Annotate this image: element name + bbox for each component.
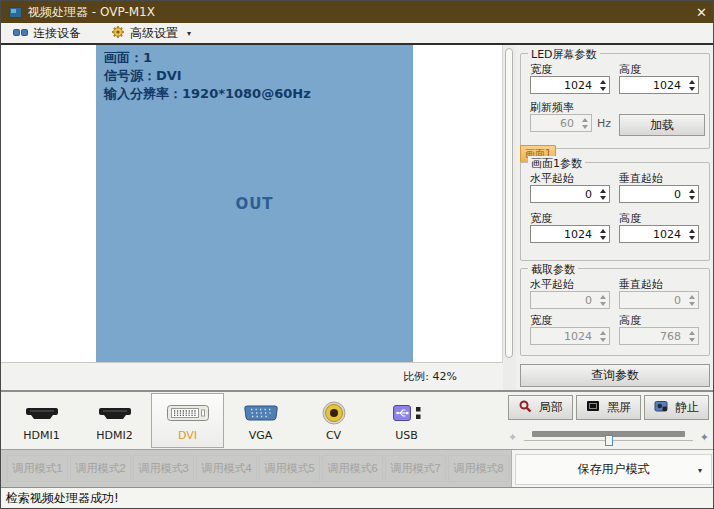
- source-label: DVI: [178, 429, 197, 442]
- source-panel: HDMI1 HDMI2 DVI VGA: [1, 390, 714, 449]
- screen1-vstart-label: 垂直起始: [619, 171, 663, 186]
- screen1-width-value: 1024: [531, 228, 597, 241]
- save-user-mode-label: 保存用户模式: [578, 461, 650, 478]
- source-usb[interactable]: USB: [370, 393, 443, 448]
- mode-button-4: 调用模式4: [196, 455, 257, 482]
- brightness-slider-row: ✦ ✦: [508, 427, 709, 447]
- out-label: OUT: [96, 195, 413, 213]
- led-width-spinner[interactable]: 1024: [530, 76, 610, 94]
- refresh-rate-label: 刷新频率: [530, 100, 574, 115]
- gear-icon: [111, 25, 125, 42]
- dvi-icon: [166, 399, 210, 427]
- output-preview-panel[interactable]: 画面：1 信号源：DVI 输入分辨率：1920*1080@60Hz OUT: [96, 45, 413, 362]
- title-bar: 视频处理器 - OVP-M1X ✕: [1, 1, 714, 23]
- brightness-slider[interactable]: [524, 427, 693, 447]
- led-height-spinner[interactable]: 1024: [619, 76, 699, 94]
- screen1-params-group: 画面1参数 水平起始 0 垂直起始 0 宽度 1024 高度 1024: [520, 162, 710, 261]
- source-label: CV: [326, 429, 341, 442]
- status-bar: 检索视频处理器成功!: [1, 487, 714, 509]
- preview-info: 画面：1 信号源：DVI 输入分辨率：1920*1080@60Hz: [96, 45, 413, 108]
- source-hdmi1[interactable]: HDMI1: [5, 393, 78, 448]
- load-button[interactable]: 加载: [619, 114, 705, 136]
- source-label: HDMI2: [96, 429, 132, 442]
- freeze-label: 静止: [675, 399, 699, 416]
- capture-width-spinner: 1024: [530, 327, 610, 345]
- query-params-button[interactable]: 查询参数: [520, 364, 710, 387]
- freeze-button[interactable]: 静止: [644, 395, 709, 420]
- source-dvi[interactable]: DVI: [151, 393, 224, 448]
- modes-row: 调用模式1 调用模式2 调用模式3 调用模式4 调用模式5 调用模式6 调用模式…: [1, 449, 714, 487]
- spin-up-down-icon: [686, 328, 698, 344]
- spin-up-down-icon[interactable]: [597, 186, 609, 202]
- blackout-button[interactable]: 黑屏: [576, 395, 641, 420]
- capture-vstart-spinner: 0: [619, 291, 699, 309]
- spin-up-down-icon: [597, 328, 609, 344]
- mode-button-5: 调用模式5: [259, 455, 320, 482]
- spin-up-down-icon[interactable]: [686, 226, 698, 242]
- spin-up-down-icon[interactable]: [686, 77, 698, 93]
- partial-label: 局部: [539, 399, 563, 416]
- source-cv[interactable]: CV: [297, 393, 370, 448]
- capture-group-title: 截取参数: [528, 262, 578, 277]
- save-user-mode-button[interactable]: 保存用户模式 ▾: [515, 454, 712, 485]
- slider-handle[interactable]: [605, 435, 613, 446]
- blackout-label: 黑屏: [607, 399, 631, 416]
- window-title: 视频处理器 - OVP-M1X: [28, 4, 155, 21]
- spin-up-down-icon[interactable]: [597, 77, 609, 93]
- ratio-label: 比例: 42%: [403, 370, 457, 383]
- toolbar: 连接设备 高级设置 ▾: [1, 23, 714, 45]
- chevron-down-icon[interactable]: ▾: [698, 466, 702, 475]
- cv-rca-icon: [321, 399, 347, 427]
- save-mode-area: 保存用户模式 ▾: [511, 450, 714, 488]
- capture-height-value: 768: [620, 330, 686, 343]
- source-label: VGA: [249, 429, 273, 442]
- source-hdmi2[interactable]: HDMI2: [78, 393, 151, 448]
- output-controls: 局部 黑屏 静止 ✦: [508, 395, 709, 447]
- spin-up-down-icon: [597, 292, 609, 308]
- capture-hstart-value: 0: [531, 294, 597, 307]
- connect-device-button[interactable]: 连接设备: [13, 24, 81, 42]
- mode-button-6: 调用模式6: [322, 455, 383, 482]
- led-width-label: 宽度: [530, 62, 552, 77]
- led-height-value: 1024: [620, 79, 686, 92]
- mode-button-1: 调用模式1: [7, 455, 68, 482]
- source-label: USB: [395, 429, 418, 442]
- vertical-scrollbar[interactable]: [503, 45, 516, 390]
- capture-params-group: 截取参数 水平起始 0 垂直起始 0 宽度 1024 高度 768: [520, 268, 710, 356]
- mode-button-7: 调用模式7: [385, 455, 446, 482]
- freeze-camera-icon: [654, 399, 668, 416]
- capture-hstart-spinner: 0: [530, 291, 610, 309]
- close-icon[interactable]: ✕: [681, 5, 707, 20]
- source-vga[interactable]: VGA: [224, 393, 297, 448]
- vga-icon: [241, 399, 281, 427]
- capture-width-label: 宽度: [530, 313, 552, 328]
- output-buttons-row: 局部 黑屏 静止: [508, 395, 709, 420]
- screen1-height-spinner[interactable]: 1024: [619, 225, 699, 243]
- screen1-vstart-spinner[interactable]: 0: [619, 185, 699, 203]
- refresh-rate-value: 60: [531, 117, 579, 130]
- spin-up-down-icon[interactable]: [597, 226, 609, 242]
- brightness-min-icon[interactable]: ✦: [508, 432, 517, 443]
- chevron-down-icon[interactable]: ▾: [187, 29, 191, 38]
- spin-up-down-icon[interactable]: [686, 186, 698, 202]
- scrollbar-thumb[interactable]: [505, 48, 513, 358]
- mode-button-list: 调用模式1 调用模式2 调用模式3 调用模式4 调用模式5 调用模式6 调用模式…: [7, 455, 509, 482]
- partial-button[interactable]: 局部: [508, 395, 573, 420]
- preview-source-line: 信号源：DVI: [104, 67, 405, 85]
- advanced-settings-label: 高级设置: [130, 25, 178, 42]
- screen1-width-spinner[interactable]: 1024: [530, 225, 610, 243]
- capture-hstart-label: 水平起始: [530, 277, 574, 292]
- source-label: HDMI1: [23, 429, 59, 442]
- capture-width-value: 1024: [531, 330, 597, 343]
- advanced-settings-button[interactable]: 高级设置 ▾: [111, 24, 191, 42]
- screen1-hstart-spinner[interactable]: 0: [530, 185, 610, 203]
- screen1-height-label: 高度: [619, 211, 641, 226]
- led-width-value: 1024: [531, 79, 597, 92]
- preview-area: 画面：1 信号源：DVI 输入分辨率：1920*1080@60Hz OUT: [1, 45, 503, 362]
- screen1-vstart-value: 0: [620, 188, 686, 201]
- brightness-max-icon[interactable]: ✦: [700, 432, 709, 443]
- source-list: HDMI1 HDMI2 DVI VGA: [5, 393, 443, 448]
- spin-up-down-icon: [579, 115, 591, 131]
- refresh-rate-spinner: 60: [530, 114, 592, 132]
- mode-button-3: 调用模式3: [133, 455, 194, 482]
